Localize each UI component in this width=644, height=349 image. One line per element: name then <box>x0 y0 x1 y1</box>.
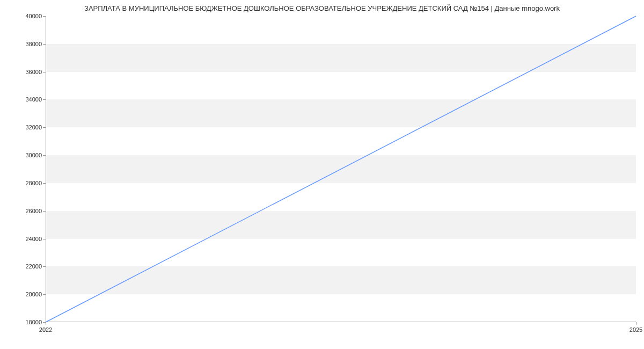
x-tick-mark <box>46 322 46 325</box>
y-tick-label: 24000 <box>10 236 42 242</box>
y-tick-label: 22000 <box>10 263 42 270</box>
y-tick-label: 28000 <box>10 180 42 186</box>
y-tick-label: 32000 <box>10 124 42 130</box>
y-tick-label: 34000 <box>10 96 42 103</box>
y-tick-label: 40000 <box>10 13 42 19</box>
chart-title: ЗАРПЛАТА В МУНИЦИПАЛЬНОЕ БЮДЖЕТНОЕ ДОШКО… <box>0 4 644 12</box>
y-tick-label: 38000 <box>10 41 42 47</box>
series-line <box>46 16 636 322</box>
y-tick-label: 26000 <box>10 208 42 214</box>
y-tick-label: 36000 <box>10 69 42 75</box>
plot-area <box>46 16 636 322</box>
x-tick-label: 2022 <box>39 326 52 333</box>
x-tick-label: 2025 <box>630 326 642 333</box>
y-tick-label: 18000 <box>10 319 42 325</box>
chart-container: ЗАРПЛАТА В МУНИЦИПАЛЬНОЕ БЮДЖЕТНОЕ ДОШКО… <box>0 0 644 349</box>
y-tick-label: 30000 <box>10 152 42 158</box>
data-line <box>46 16 636 322</box>
x-tick-mark <box>636 322 636 325</box>
y-tick-label: 20000 <box>10 291 42 297</box>
